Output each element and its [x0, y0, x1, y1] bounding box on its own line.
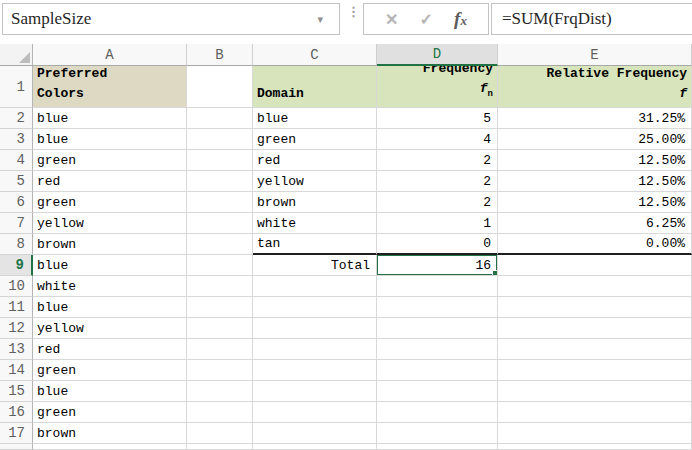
cell-c13[interactable] [253, 339, 377, 360]
cell-d18-partial[interactable] [377, 444, 498, 450]
cell-a7[interactable]: yellow [33, 213, 187, 234]
cell-c1[interactable]: Domain [253, 66, 377, 108]
cell-d5[interactable]: 2 [377, 171, 498, 192]
cell-a17[interactable]: brown [33, 423, 187, 444]
row-header[interactable]: 1 [0, 66, 33, 108]
cell-b3[interactable] [187, 129, 253, 150]
row-header[interactable]: 16 [0, 402, 33, 423]
cell-e16[interactable] [498, 402, 692, 423]
cancel-icon[interactable]: ✕ [385, 10, 398, 29]
cell-e8[interactable]: 0.00% [498, 234, 692, 255]
cell-c5[interactable]: yellow [253, 171, 377, 192]
row-header[interactable]: 10 [0, 276, 33, 297]
column-header-d-selected[interactable]: D [377, 44, 498, 66]
formula-bar[interactable]: =SUM(FrqDist) [491, 3, 692, 35]
cell-a13[interactable]: red [33, 339, 187, 360]
cell-e6[interactable]: 12.50% [498, 192, 692, 213]
cell-d3[interactable]: 4 [377, 129, 498, 150]
cell-d6[interactable]: 2 [377, 192, 498, 213]
cell-b8[interactable] [187, 234, 253, 255]
cell-a2[interactable]: blue [33, 108, 187, 129]
enter-icon[interactable]: ✓ [420, 10, 433, 29]
row-header[interactable]: 4 [0, 150, 33, 171]
cell-c4[interactable]: red [253, 150, 377, 171]
cell-d17[interactable] [377, 423, 498, 444]
cell-d16[interactable] [377, 402, 498, 423]
cell-d9-selected[interactable]: 16 [377, 255, 498, 276]
cell-a8[interactable]: brown [33, 234, 187, 255]
name-box[interactable]: SampleSize ▾ [2, 3, 340, 35]
cell-a1[interactable]: Preferred Colors [33, 66, 187, 108]
cell-b7[interactable] [187, 213, 253, 234]
row-header[interactable]: 6 [0, 192, 33, 213]
column-header-b[interactable]: B [187, 44, 253, 66]
fill-handle[interactable] [492, 270, 498, 276]
cell-a10[interactable]: white [33, 276, 187, 297]
insert-function-icon[interactable]: fx [454, 8, 467, 30]
cell-a3[interactable]: blue [33, 129, 187, 150]
cell-b9[interactable] [187, 255, 253, 276]
cell-a6[interactable]: green [33, 192, 187, 213]
cell-a15[interactable]: blue [33, 381, 187, 402]
cell-c3[interactable]: green [253, 129, 377, 150]
cell-d4[interactable]: 2 [377, 150, 498, 171]
name-box-dropdown-icon[interactable]: ▾ [317, 13, 331, 26]
row-header[interactable]: 7 [0, 213, 33, 234]
cell-c11[interactable] [253, 297, 377, 318]
row-header[interactable]: 8 [0, 234, 33, 255]
row-header-selected[interactable]: 9 [0, 255, 33, 276]
select-all-corner[interactable] [0, 44, 33, 66]
cell-b13[interactable] [187, 339, 253, 360]
column-header-e[interactable]: E [498, 44, 692, 66]
cell-b15[interactable] [187, 381, 253, 402]
column-header-c[interactable]: C [253, 44, 377, 66]
row-header[interactable]: 14 [0, 360, 33, 381]
row-header[interactable]: 13 [0, 339, 33, 360]
row-header[interactable]: 17 [0, 423, 33, 444]
cell-b4[interactable] [187, 150, 253, 171]
row-header[interactable]: 5 [0, 171, 33, 192]
cell-d10[interactable] [377, 276, 498, 297]
row-header[interactable]: 12 [0, 318, 33, 339]
cell-a9[interactable]: blue [33, 255, 187, 276]
cell-d13[interactable] [377, 339, 498, 360]
cell-e1[interactable]: Relative Frequency f [498, 66, 692, 108]
cell-e15[interactable] [498, 381, 692, 402]
cell-d1[interactable]: Frequency fn [377, 66, 498, 108]
cell-d11[interactable] [377, 297, 498, 318]
cell-c9-total-label[interactable]: Total [253, 255, 377, 276]
cell-e4[interactable]: 12.50% [498, 150, 692, 171]
cell-b16[interactable] [187, 402, 253, 423]
row-header[interactable]: 15 [0, 381, 33, 402]
cell-a4[interactable]: green [33, 150, 187, 171]
cell-a12[interactable]: yellow [33, 318, 187, 339]
cell-a5[interactable]: red [33, 171, 187, 192]
cell-c17[interactable] [253, 423, 377, 444]
cell-e18-partial[interactable] [498, 444, 692, 450]
cell-d8[interactable]: 0 [377, 234, 498, 255]
cell-c12[interactable] [253, 318, 377, 339]
cell-b18-partial[interactable] [187, 444, 253, 450]
cell-b11[interactable] [187, 297, 253, 318]
cell-d15[interactable] [377, 381, 498, 402]
cell-e17[interactable] [498, 423, 692, 444]
cell-e11[interactable] [498, 297, 692, 318]
cell-e13[interactable] [498, 339, 692, 360]
cell-d2[interactable]: 5 [377, 108, 498, 129]
cell-d7[interactable]: 1 [377, 213, 498, 234]
cell-a11[interactable]: blue [33, 297, 187, 318]
cell-c7[interactable]: white [253, 213, 377, 234]
cell-b14[interactable] [187, 360, 253, 381]
cell-e12[interactable] [498, 318, 692, 339]
cell-a16[interactable]: green [33, 402, 187, 423]
row-header[interactable]: 3 [0, 129, 33, 150]
cell-e10[interactable] [498, 276, 692, 297]
row-header[interactable]: 2 [0, 108, 33, 129]
cell-a14[interactable]: green [33, 360, 187, 381]
cell-b10[interactable] [187, 276, 253, 297]
cell-c6[interactable]: brown [253, 192, 377, 213]
cell-a18-partial[interactable] [33, 444, 187, 450]
cell-e5[interactable]: 12.50% [498, 171, 692, 192]
cell-b17[interactable] [187, 423, 253, 444]
cell-c14[interactable] [253, 360, 377, 381]
